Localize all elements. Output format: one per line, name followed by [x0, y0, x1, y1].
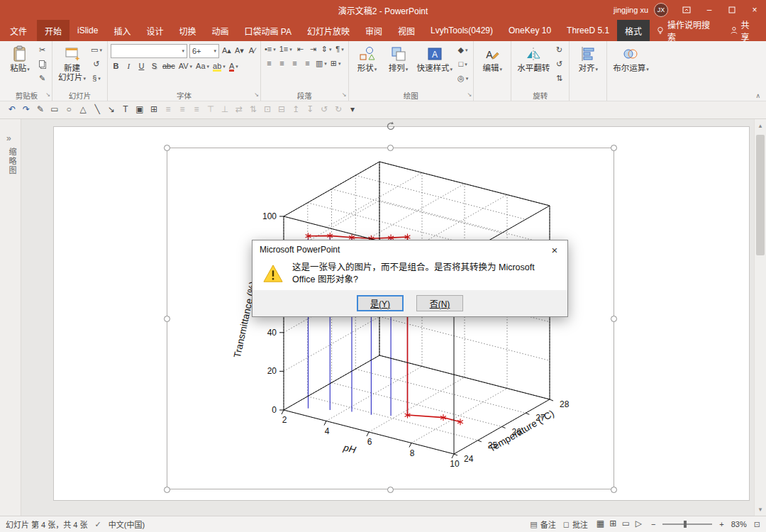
- selection-handle-n[interactable]: [387, 145, 394, 151]
- tell-me-box[interactable]: 操作说明搜索: [650, 20, 721, 41]
- cut-icon[interactable]: ✂: [37, 45, 48, 56]
- highlight-color-button[interactable]: ab▾: [212, 61, 226, 72]
- grow-font-icon[interactable]: A▴: [221, 45, 232, 57]
- flip-horizontal-button[interactable]: 水平翻转: [514, 43, 553, 88]
- slide-sorter-button[interactable]: ⊞: [608, 519, 618, 530]
- tab-LvyhTools(0429)[interactable]: LvyhTools(0429): [423, 20, 501, 41]
- rotate-right-icon[interactable]: ↻: [554, 45, 565, 56]
- char-spacing-button[interactable]: AV▾: [178, 61, 193, 72]
- font-size-select[interactable]: 6+▾: [189, 44, 219, 58]
- zoom-out-button[interactable]: −: [651, 520, 655, 528]
- tab-OneKey 10[interactable]: OneKey 10: [501, 20, 559, 41]
- copy-icon[interactable]: [37, 59, 48, 70]
- comments-toggle[interactable]: ◻批注: [563, 519, 588, 530]
- smartart-convert-button[interactable]: ⊞▾: [330, 58, 342, 70]
- text-box-tool-icon[interactable]: T: [119, 104, 132, 117]
- numbering-button[interactable]: 1≡▾: [279, 44, 293, 55]
- selection-handle-ne[interactable]: [611, 145, 617, 151]
- scroll-down-icon[interactable]: ▾: [755, 506, 766, 513]
- zoom-slider-thumb[interactable]: [684, 521, 687, 528]
- zoom-slider[interactable]: [662, 523, 712, 525]
- tab-审阅[interactable]: 审阅: [357, 20, 390, 41]
- zoom-in-button[interactable]: +: [719, 520, 723, 528]
- section-icon[interactable]: §▾: [90, 73, 103, 84]
- vertical-scrollbar[interactable]: ▴ ▾: [754, 119, 766, 516]
- font-name-select[interactable]: ▾: [111, 44, 187, 58]
- shape-fill-icon[interactable]: ◆▾: [457, 45, 469, 56]
- align-center-button[interactable]: ≡: [277, 58, 287, 70]
- tab-文件[interactable]: 文件: [0, 20, 37, 41]
- columns-button[interactable]: ▥▾: [315, 58, 328, 70]
- more-tools-icon[interactable]: ▾: [346, 104, 359, 117]
- editing-button[interactable]: A 编辑▾: [477, 43, 508, 88]
- paste-button[interactable]: 粘贴▾: [4, 43, 35, 88]
- reading-view-button[interactable]: ▭: [621, 519, 631, 530]
- undo-icon[interactable]: ↶: [6, 104, 18, 117]
- oval-tool-icon[interactable]: ○: [62, 104, 75, 117]
- shrink-font-icon[interactable]: A▾: [234, 45, 245, 57]
- bullets-button[interactable]: •≡▾: [264, 44, 277, 55]
- scroll-up-icon[interactable]: ▴: [755, 122, 766, 129]
- tab-视图[interactable]: 视图: [390, 20, 423, 41]
- increase-indent-button[interactable]: ⇥: [308, 44, 318, 55]
- arrange-button[interactable]: 排列▾: [383, 43, 414, 88]
- shape-outline-icon[interactable]: □▾: [457, 59, 469, 70]
- tab-开始[interactable]: 开始: [37, 20, 70, 41]
- bold-button[interactable]: B: [111, 61, 121, 72]
- tab-ThreeD 5.1[interactable]: ThreeD 5.1: [559, 20, 617, 41]
- paragraph-dialog-launcher-icon[interactable]: ↘: [342, 90, 347, 100]
- align-button[interactable]: 对齐▾: [572, 43, 604, 88]
- thumbnails-pane-collapsed[interactable]: » 缩略图: [0, 119, 21, 516]
- text-direction-button[interactable]: ¶▾: [335, 44, 345, 55]
- scrollbar-thumb[interactable]: [756, 135, 765, 255]
- redo-icon[interactable]: ↷: [20, 104, 33, 117]
- tab-切换[interactable]: 切换: [171, 20, 204, 41]
- rotate-left-icon[interactable]: ↺: [554, 59, 565, 70]
- selection-handle-sw[interactable]: [164, 487, 170, 493]
- selection-handle-nw[interactable]: [164, 145, 170, 151]
- boolean-operations-button[interactable]: 布尔运算▾: [610, 43, 652, 88]
- yes-button[interactable]: 是(Y): [357, 295, 404, 311]
- change-case-button[interactable]: Aa▾: [195, 61, 210, 72]
- clipboard-dialog-launcher-icon[interactable]: ↘: [45, 90, 50, 100]
- language-indicator[interactable]: 中文(中国): [109, 519, 145, 530]
- align-left-button[interactable]: ≡: [264, 58, 274, 70]
- expand-thumbnails-icon[interactable]: »: [6, 133, 11, 143]
- quick-styles-button[interactable]: A 快速样式▾: [414, 43, 456, 88]
- share-button[interactable]: 共享: [721, 20, 766, 41]
- tab-动画[interactable]: 动画: [204, 20, 236, 41]
- clear-formatting-icon[interactable]: A∕: [247, 45, 257, 57]
- slide-counter[interactable]: 幻灯片 第 4 张，共 4 张: [6, 519, 88, 530]
- triangle-tool-icon[interactable]: △: [77, 104, 89, 117]
- flip-vertical-icon[interactable]: ⇅: [554, 73, 565, 84]
- tab-插入[interactable]: 插入: [106, 20, 138, 41]
- normal-view-button[interactable]: ▦: [595, 519, 606, 530]
- picture-tool-icon[interactable]: ▣: [133, 104, 146, 117]
- spell-check-icon[interactable]: ✓: [95, 520, 101, 529]
- fit-to-window-icon[interactable]: ⊡: [754, 520, 760, 529]
- underline-button[interactable]: U: [136, 61, 147, 72]
- arrow-tool-icon[interactable]: ↘: [105, 104, 118, 117]
- decrease-indent-button[interactable]: ⇤: [295, 44, 306, 55]
- notes-toggle[interactable]: ▤备注: [530, 519, 555, 530]
- font-color-button[interactable]: A▾: [228, 61, 239, 72]
- new-slide-button[interactable]: 新建幻灯片▾: [55, 43, 89, 88]
- slideshow-button[interactable]: ▷: [633, 519, 644, 530]
- tab-设计[interactable]: 设计: [138, 20, 171, 41]
- tab-幻灯片放映[interactable]: 幻灯片放映: [299, 20, 357, 41]
- drawing-dialog-launcher-icon[interactable]: ↘: [467, 90, 472, 100]
- selection-handle-w[interactable]: [164, 316, 170, 322]
- shape-effects-icon[interactable]: ◎▾: [457, 73, 469, 84]
- selection-handle-e[interactable]: [611, 316, 617, 322]
- no-button[interactable]: 否(N): [416, 295, 463, 311]
- line-spacing-button[interactable]: ⇕▾: [321, 44, 333, 55]
- italic-button[interactable]: I: [123, 61, 134, 72]
- tab-iSlide[interactable]: iSlide: [70, 20, 106, 41]
- tab-口袋动画 PA[interactable]: 口袋动画 PA: [236, 20, 299, 41]
- zoom-level[interactable]: 83%: [731, 520, 747, 528]
- dialog-close-icon[interactable]: ×: [542, 240, 567, 259]
- selection-handle-se[interactable]: [611, 487, 617, 493]
- layout-icon[interactable]: ▭▾: [90, 45, 103, 56]
- font-dialog-launcher-icon[interactable]: ↘: [254, 90, 259, 100]
- tab-格式[interactable]: 格式: [617, 20, 650, 41]
